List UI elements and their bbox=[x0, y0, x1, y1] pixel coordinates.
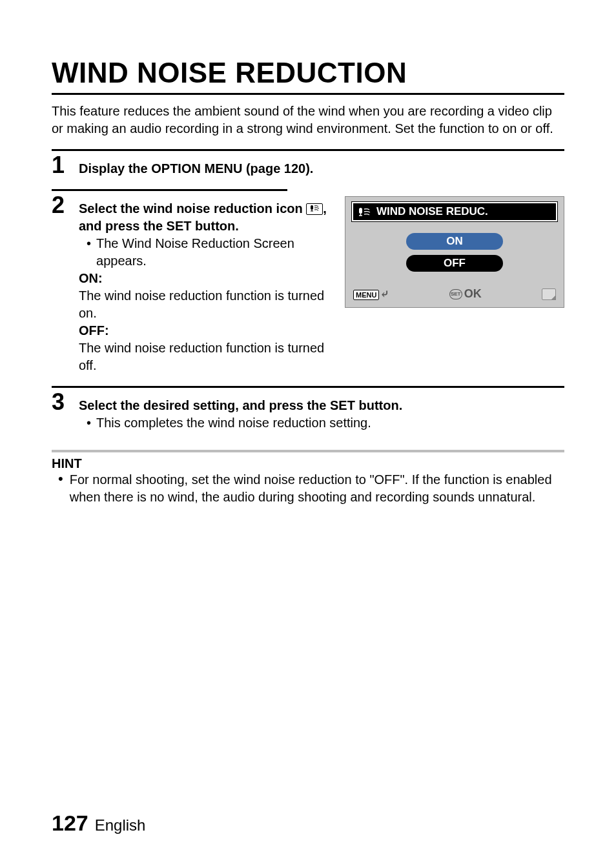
set-badge-icon: SET bbox=[449, 289, 462, 299]
step-3-heading: Select the desired setting, and press th… bbox=[79, 397, 564, 414]
on-label: ON: bbox=[79, 270, 333, 287]
step-number: 2 bbox=[52, 194, 70, 217]
svg-rect-0 bbox=[311, 205, 313, 210]
page-title: WIND NOISE REDUCTION bbox=[52, 57, 564, 89]
step-2: 2 Select the wind noise reduction icon ,… bbox=[52, 194, 333, 374]
lcd-screen-mock: WIND NOISE REDUC. ON OFF MENU⤶ SET OK bbox=[345, 196, 564, 308]
hint-text: For normal shooting, set the wind noise … bbox=[70, 471, 564, 506]
step-rule bbox=[52, 189, 287, 191]
step-2-bullet: The Wind Noise Reduction Screen appears. bbox=[96, 235, 333, 270]
card-icon bbox=[542, 288, 556, 300]
screen-titlebar: WIND NOISE REDUC. bbox=[352, 202, 557, 221]
page-number: 127 bbox=[52, 811, 88, 836]
wind-noise-icon bbox=[306, 203, 323, 215]
step-number: 3 bbox=[52, 390, 70, 414]
ok-label: OK bbox=[464, 287, 482, 301]
bullet-icon: • bbox=[87, 235, 91, 270]
bullet-icon: • bbox=[87, 414, 91, 432]
step-1: 1 Display the OPTION MENU (page 120). bbox=[52, 154, 564, 177]
option-on: ON bbox=[406, 233, 503, 250]
step-2-heading-a: Select the wind noise reduction icon bbox=[79, 201, 306, 216]
off-label: OFF: bbox=[79, 322, 333, 339]
step-rule bbox=[52, 149, 564, 151]
step-number: 1 bbox=[52, 154, 70, 177]
set-ok-group: SET OK bbox=[449, 287, 482, 301]
step-3-bullet: This completes the wind noise reduction … bbox=[96, 414, 371, 432]
option-off: OFF bbox=[406, 255, 503, 272]
intro-paragraph: This feature reduces the ambient sound o… bbox=[52, 103, 564, 137]
step-3: 3 Select the desired setting, and press … bbox=[52, 390, 564, 432]
on-description: The wind noise reduction function is tur… bbox=[79, 287, 333, 322]
hint-title: HINT bbox=[52, 456, 564, 471]
title-rule bbox=[52, 93, 564, 95]
menu-badge: MENU bbox=[353, 290, 379, 300]
screen-footer: MENU⤶ SET OK bbox=[352, 287, 557, 301]
svg-rect-1 bbox=[359, 208, 362, 214]
step-1-heading: Display the OPTION MENU (page 120). bbox=[79, 161, 313, 176]
bullet-icon: • bbox=[58, 471, 63, 506]
microphone-wind-icon bbox=[357, 207, 373, 217]
off-description: The wind noise reduction function is tur… bbox=[79, 339, 333, 374]
menu-return-icon: MENU⤶ bbox=[353, 288, 389, 300]
step-2-heading: Select the wind noise reduction icon , a… bbox=[79, 200, 333, 235]
screen-title: WIND NOISE REDUC. bbox=[376, 205, 488, 218]
page-footer: 127 English bbox=[52, 811, 145, 836]
hint-bullet: • For normal shooting, set the wind nois… bbox=[52, 471, 564, 506]
page-language: English bbox=[95, 816, 146, 834]
step-rule bbox=[52, 386, 564, 388]
return-arrow-icon: ⤶ bbox=[380, 288, 389, 299]
hint-rule bbox=[52, 450, 564, 452]
